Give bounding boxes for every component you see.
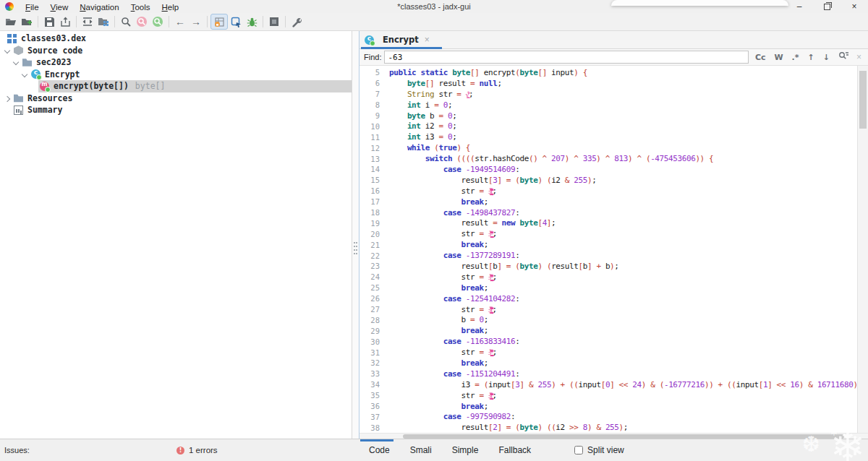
- code-line[interactable]: 37 case -997590982:: [359, 412, 858, 423]
- export-icon[interactable]: [57, 14, 73, 29]
- code-line[interactable]: 22 case -1377289191:: [359, 250, 858, 261]
- code-line[interactable]: 17 break;: [359, 197, 858, 207]
- deobfuscation-icon[interactable]: [210, 14, 228, 30]
- tab-close-icon[interactable]: ×: [425, 35, 430, 45]
- code-line[interactable]: 25 break;: [359, 283, 858, 293]
- tree-item-summary[interactable]: Summary: [0, 104, 352, 116]
- highlight-all-icon[interactable]: [834, 51, 853, 63]
- code-line[interactable]: 35 str = ɔ̖̙̞̠̣̤̦̩̬̰̳̹̍̽̑́̈̂̋͐͑͛̀̄̇̊̌̒̓͗…: [359, 390, 858, 401]
- chevron-down-icon[interactable]: [3, 47, 12, 54]
- previous-match-button[interactable]: ↑: [804, 53, 819, 62]
- menu-view[interactable]: View: [45, 2, 75, 12]
- menu-navigation[interactable]: Navigation: [74, 2, 124, 12]
- view-tab-fallback[interactable]: Fallback: [488, 445, 541, 455]
- add-files-icon[interactable]: [19, 14, 35, 29]
- sync-icon[interactable]: [80, 14, 95, 29]
- line-number: 22: [359, 251, 380, 260]
- tab-encrypt[interactable]: Encrypt ×: [359, 31, 436, 48]
- code-line[interactable]: 16 str = ɔ̖̙̞̠̣̤̦̩̬̰̳̹̍̽̑́̈̂̋͐͑͛̀̄̇̊̌̒̓͗…: [359, 186, 858, 197]
- view-tab-smali[interactable]: Smali: [400, 445, 442, 455]
- line-number: 18: [359, 208, 380, 217]
- code-line[interactable]: 24 str = ɔ̖̙̞̠̣̤̦̩̍̽̑́̈̂̋͐͑͛̀̄̇̊ᵒ̍̽̑́̈̂̋…: [359, 272, 858, 283]
- tree-item-encrypt-byte[interactable]: encrypt(byte[])byte[]: [0, 80, 352, 92]
- forward-icon[interactable]: →: [188, 14, 204, 29]
- chevron-down-icon[interactable]: [20, 71, 30, 78]
- error-count-badge[interactable]: ! 1 errors: [176, 446, 218, 454]
- chevron-down-icon[interactable]: [12, 59, 21, 66]
- code-line[interactable]: 38 result[2] = (byte) ((i2 >> 8) & 255);: [359, 422, 858, 433]
- code-line[interactable]: 36 break;: [359, 401, 858, 412]
- code-line[interactable]: 34 i3 = (input[3] & 255) + ((input[0] <<…: [359, 379, 858, 390]
- close-button[interactable]: ×: [841, 0, 868, 13]
- code-line[interactable]: 30 case -1163833416:: [359, 336, 858, 347]
- code-line[interactable]: 19 result = new byte[4];: [359, 217, 858, 228]
- split-view-checkbox[interactable]: [574, 446, 583, 454]
- code-line[interactable]: 11 int i3 = 0;: [359, 132, 858, 142]
- preferences-icon[interactable]: [289, 14, 305, 29]
- folder-icon: [14, 93, 23, 103]
- search-icon[interactable]: [118, 14, 134, 29]
- code-line[interactable]: 6 byte[] result = null;: [359, 78, 858, 89]
- code-line[interactable]: 5public static byte[] encrypt(byte[] inp…: [359, 67, 858, 78]
- tree-item-resources[interactable]: Resources: [0, 92, 352, 105]
- open-file-icon[interactable]: [3, 14, 19, 29]
- flat-packages-icon[interactable]: [95, 14, 111, 29]
- next-match-button[interactable]: ↓: [819, 53, 834, 62]
- class-search-icon[interactable]: [150, 14, 166, 29]
- menu-help[interactable]: Help: [156, 2, 185, 12]
- code-line[interactable]: 26 case -1254104282:: [359, 293, 858, 304]
- line-number: 33: [359, 369, 380, 378]
- tree-item-sec2023[interactable]: sec2023: [0, 56, 352, 69]
- code-line[interactable]: 33 case -1151204491:: [359, 369, 858, 379]
- code-line[interactable]: 21 break;: [359, 239, 858, 250]
- chevron-right-icon[interactable]: [3, 95, 12, 102]
- vertical-scrollbar-thumb[interactable]: [859, 71, 867, 129]
- vertical-scrollbar[interactable]: [857, 66, 868, 433]
- line-number: 31: [359, 348, 380, 357]
- code-line[interactable]: 12 while (true) {: [359, 142, 858, 153]
- code-line[interactable]: 13 switch ((((str.hashCode() ^ 207) ^ 33…: [359, 153, 858, 164]
- regex-button[interactable]: .*: [788, 53, 804, 62]
- find-input[interactable]: [384, 51, 749, 64]
- inspect-icon[interactable]: [228, 14, 244, 29]
- code-line[interactable]: 10 int i2 = 0;: [359, 121, 858, 132]
- debug-icon[interactable]: [244, 14, 260, 29]
- log-viewer-icon[interactable]: [266, 14, 282, 29]
- close-find-icon[interactable]: ×: [853, 52, 865, 62]
- back-icon[interactable]: ←: [172, 14, 188, 29]
- view-tab-code[interactable]: Code: [359, 445, 400, 455]
- menu-file[interactable]: File: [20, 2, 45, 12]
- save-icon[interactable]: [41, 14, 57, 29]
- match-case-button[interactable]: Cc: [751, 53, 770, 62]
- code-line[interactable]: 27 str = ɔ̖̙̞̠̣̤̦̩̬̰̳̹̍̽̑́̈̂̋͐͑͛̀̄̇̊̌̒̓͗…: [359, 304, 858, 315]
- code-line[interactable]: 18 case -1498437827:: [359, 207, 858, 218]
- line-number: 7: [359, 90, 380, 98]
- view-tab-simple[interactable]: Simple: [442, 445, 489, 455]
- code-line[interactable]: 7 String str = ɣ͓̰̤̈̋́̽;: [359, 89, 858, 100]
- toolbar-separator: [76, 16, 77, 27]
- tree-item-source-code[interactable]: Source code: [0, 45, 352, 57]
- code-line[interactable]: 14 case -1949514609:: [359, 164, 858, 175]
- whole-word-button[interactable]: W: [770, 53, 787, 62]
- split-view-toggle[interactable]: Split view: [574, 445, 624, 455]
- code-line[interactable]: 32 break;: [359, 358, 858, 369]
- text-search-icon[interactable]: [134, 14, 150, 29]
- tree-item-classes03-dex[interactable]: classes03.dex: [0, 33, 352, 45]
- code-line[interactable]: 15 result[3] = (byte) (i2 & 255);: [359, 175, 858, 186]
- toolbar-separator: [169, 16, 169, 27]
- panel-splitter[interactable]: [352, 31, 359, 439]
- minimize-button[interactable]: –: [786, 0, 813, 13]
- restore-button[interactable]: [813, 0, 841, 13]
- code-line[interactable]: 28 b = 0;: [359, 314, 858, 325]
- tree-item-encrypt[interactable]: Encrypt: [0, 69, 352, 81]
- code-line[interactable]: 9 byte b = 0;: [359, 111, 858, 121]
- menu-tools[interactable]: Tools: [125, 2, 156, 12]
- code-line[interactable]: 8 int i = 0;: [359, 100, 858, 111]
- line-number: 12: [359, 144, 380, 152]
- code-line[interactable]: 31 str = ɔ̖̙̞̠̣̤̦̩̍̽̑́̈̂̋͐͑͛̀̄̇̊ᵒ̍̽̑́̈̂̋…: [359, 347, 858, 358]
- code-line[interactable]: 23 result[b] = (byte) (result[b] + b);: [359, 261, 858, 272]
- code-editor[interactable]: 5public static byte[] encrypt(byte[] inp…: [359, 66, 868, 433]
- issues-label: Issues:: [4, 446, 30, 454]
- code-line[interactable]: 20 str = ɔ̖̙̞̠̣̤̦̩̍̽̑́̈̂̋͐͑͛̀̄̇̊ᵒ̍̽̑́̈̂̋…: [359, 228, 858, 239]
- code-line[interactable]: 29 break;: [359, 325, 858, 336]
